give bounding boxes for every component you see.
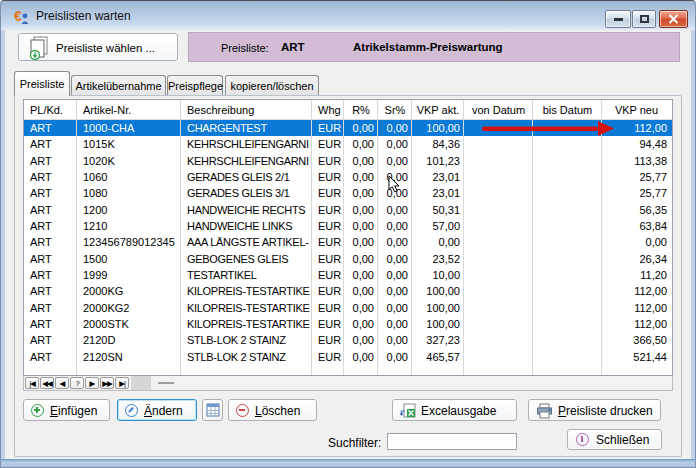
table-row[interactable]: ART2120SNSTLB-LOK 2 STAINZEUR0,000,00465… — [24, 349, 672, 365]
table-cell: ART — [24, 267, 77, 283]
table-cell: ART — [24, 349, 77, 365]
navigator-button[interactable]: ▶ — [85, 377, 99, 389]
close-button[interactable] — [659, 10, 688, 28]
table-cell: 0,00 — [378, 267, 412, 283]
tab-preispflege[interactable]: Preispflege — [167, 75, 223, 95]
table-row[interactable]: ART1060GERADES GLEIS 2/1EUR0,000,0023,01… — [24, 169, 672, 185]
table-cell: 23,01 — [412, 169, 464, 185]
table-cell: 57,00 — [412, 218, 464, 234]
table-cell — [533, 251, 602, 267]
maximize-button[interactable] — [632, 10, 656, 28]
table-cell: 0,00 — [344, 234, 378, 250]
table-cell — [533, 120, 602, 136]
table-cell — [464, 120, 533, 136]
navigator-button[interactable]: ? — [70, 377, 84, 389]
column-header[interactable]: bis Datum — [533, 100, 602, 119]
window-border-bottom — [0, 459, 696, 468]
table-row[interactable]: ART1200HANDWEICHE RECHTSEUR0,000,0050,31… — [24, 202, 672, 218]
tab-kopieren-loeschen[interactable]: kopieren/löschen — [225, 75, 319, 95]
table-cell: EUR — [312, 316, 344, 332]
delete-button[interactable]: Löschen — [228, 399, 317, 421]
table-cell — [464, 234, 533, 250]
table-cell: EUR — [312, 153, 344, 169]
grid-body: ART1000-CHACHARGENTESTEUR0,000,00100,001… — [24, 120, 672, 365]
column-header[interactable]: Whg — [312, 100, 344, 119]
insert-button[interactable]: Einfügen — [23, 399, 110, 421]
column-header[interactable]: PL/Kd. — [24, 100, 77, 119]
minimize-icon — [614, 18, 623, 21]
navigator-button[interactable]: ◀◀ — [40, 377, 54, 389]
choose-pricelist-button[interactable]: Preisliste wählen ... — [18, 33, 178, 61]
table-cell: EUR — [312, 169, 344, 185]
table-cell: 10,00 — [412, 267, 464, 283]
table-cell — [464, 316, 533, 332]
table-cell: 123456789012345 — [77, 234, 181, 250]
table-cell: 0,00 — [344, 349, 378, 365]
table-row[interactable]: ART1015KKEHRSCHLEIFENGARNIEUR0,000,0084,… — [24, 136, 672, 152]
table-row[interactable]: ART1020KKEHRSCHLEIFENGARNIEUR0,000,00101… — [24, 153, 672, 169]
table-row[interactable]: ART1500GEBOGENES GLEISEUR0,000,0023,5226… — [24, 251, 672, 267]
table-cell: 0,00 — [378, 300, 412, 316]
table-cell: 63,84 — [602, 218, 671, 234]
column-header[interactable]: Beschreibung — [181, 100, 312, 119]
table-cell: 0,00 — [344, 251, 378, 267]
table-cell: EUR — [312, 349, 344, 365]
tab-preisliste[interactable]: Preisliste — [14, 71, 70, 96]
excel-export-button[interactable]: Excelausgabe — [392, 399, 517, 421]
close-dialog-button[interactable]: Schließen — [567, 429, 662, 450]
table-cell: EUR — [312, 283, 344, 299]
table-cell: ART — [24, 234, 77, 250]
hscrollbar-thumb[interactable] — [131, 376, 151, 390]
table-cell: 0,00 — [344, 300, 378, 316]
grid-column-line — [601, 100, 602, 375]
navigator-button[interactable]: ▶▶ — [100, 377, 114, 389]
hscrollbar-grip — [158, 382, 174, 384]
column-header[interactable]: Artikel-Nr. — [77, 100, 181, 119]
table-cell: EUR — [312, 251, 344, 267]
navigator-button[interactable]: |◀ — [25, 377, 39, 389]
minus-icon — [236, 404, 249, 417]
table-cell: AAA LÄNGSTE ARTIKEL- — [181, 234, 312, 250]
table-cell — [533, 300, 602, 316]
table-row[interactable]: ART123456789012345AAA LÄNGSTE ARTIKEL-EU… — [24, 234, 672, 250]
table-cell: 56,35 — [602, 202, 671, 218]
table-cell: 1210 — [77, 218, 181, 234]
table-row[interactable]: ART2000KG2KILOPREIS-TESTARTIKEEUR0,000,0… — [24, 300, 672, 316]
table-cell — [464, 332, 533, 348]
table-cell — [533, 332, 602, 348]
pricelist-pages-icon — [27, 36, 55, 60]
table-cell: 0,00 — [378, 218, 412, 234]
banner-code: ART — [281, 41, 305, 53]
window-border-right — [691, 30, 696, 459]
table-cell: 100,00 — [412, 316, 464, 332]
table-row[interactable]: ART2000KGKILOPREIS-TESTARTIKEEUR0,000,00… — [24, 283, 672, 299]
table-cell — [533, 316, 602, 332]
table-cell: EUR — [312, 136, 344, 152]
dialog-content: Preisliste wählen ... Preisliste: ART At… — [5, 30, 691, 459]
table-row[interactable]: ART2000STKKILOPREIS-TESTARTIKEEUR0,000,0… — [24, 316, 672, 332]
banner-description: Atrikelstamm-Preiswartung — [353, 41, 503, 53]
table-cell: 0,00 — [378, 332, 412, 348]
print-pricelist-button[interactable]: Preisliste drucken — [528, 399, 661, 421]
table-row[interactable]: ART1080GERADES GLEIS 3/1EUR0,000,0023,01… — [24, 185, 672, 201]
table-cell: 0,00 — [378, 202, 412, 218]
column-header[interactable]: R% — [344, 100, 378, 119]
column-header[interactable]: VKP neu — [602, 100, 671, 119]
table-cell: 0,00 — [344, 267, 378, 283]
minimize-button[interactable] — [605, 10, 631, 28]
table-cell: 112,00 — [602, 316, 671, 332]
table-row[interactable]: ART1999TESTARTIKELEUR0,000,0010,0011,20 — [24, 267, 672, 283]
navigator-button[interactable]: ◀ — [55, 377, 69, 389]
table-row[interactable]: ART2120DSTLB-LOK 2 STAINZEUR0,000,00327,… — [24, 332, 672, 348]
column-header[interactable]: von Datum — [464, 100, 533, 119]
navigator-button[interactable]: ▶| — [115, 377, 129, 389]
column-header[interactable]: VKP akt. — [412, 100, 464, 119]
window: € Preislisten warten Preisliste w — [0, 0, 696, 468]
grid-settings-button[interactable] — [202, 399, 223, 421]
search-filter-input[interactable] — [387, 433, 517, 450]
table-row[interactable]: ART1210HANDWEICHE LINKSEUR0,000,0057,006… — [24, 218, 672, 234]
tab-artikeluebernahme[interactable]: Artikelübernahme — [71, 75, 166, 95]
change-button[interactable]: Ändern — [117, 399, 197, 421]
table-row[interactable]: ART1000-CHACHARGENTESTEUR0,000,00100,001… — [24, 120, 672, 136]
column-header[interactable]: Sr% — [378, 100, 412, 119]
